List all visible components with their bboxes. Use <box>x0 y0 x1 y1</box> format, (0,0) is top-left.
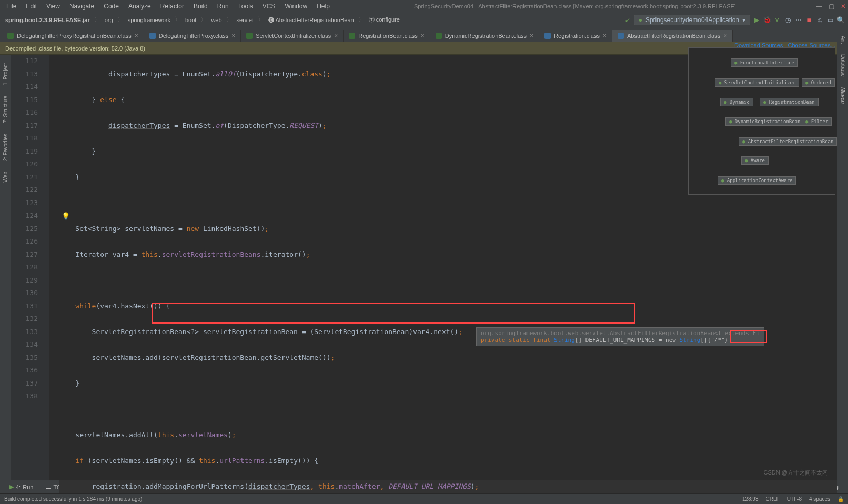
tool-maven[interactable]: Maven <box>839 83 847 108</box>
crumb-web[interactable]: web <box>209 16 224 24</box>
menu-help[interactable]: Help <box>312 2 334 11</box>
lock-icon[interactable]: 🔒 <box>837 496 844 502</box>
profile-button[interactable]: ◷ <box>784 16 792 24</box>
crumb-class[interactable]: 🅒 AbstractFilterRegistrationBean <box>266 16 356 24</box>
crumb-servlet[interactable]: servlet <box>235 16 256 24</box>
tab-registrationbean[interactable]: RegistrationBean.class× <box>344 30 430 42</box>
debug-button[interactable]: 🐞 <box>763 16 771 24</box>
structure-button[interactable]: ▭ <box>826 16 834 24</box>
tab-delegatingfilterproxy[interactable]: DelegatingFilterProxy.class× <box>144 30 241 42</box>
tab-dynamicregistrationbean[interactable]: DynamicRegistrationBean.class× <box>430 30 539 42</box>
tool-database[interactable]: Database <box>839 50 847 81</box>
tool-web[interactable]: Web <box>2 167 9 186</box>
menu-tools[interactable]: Tools <box>234 2 257 11</box>
run-button[interactable]: ▶ <box>752 16 761 24</box>
tab-registration[interactable]: Registration.class× <box>539 30 612 42</box>
menu-code[interactable]: Code <box>99 2 123 11</box>
window-title: SpringSecurityDemo04 - AbstractFilterReg… <box>334 3 816 9</box>
tab-servletcontextinitializer[interactable]: ServletContextInitializer.class× <box>241 30 344 42</box>
tab-abstractfilterregistrationbean[interactable]: AbstractFilterRegistrationBean.class× <box>612 30 733 42</box>
crumb-springframework[interactable]: springframework <box>126 16 173 24</box>
menu-edit[interactable]: Edit <box>22 2 41 11</box>
close-icon[interactable]: × <box>530 32 533 39</box>
menu-view[interactable]: View <box>42 2 64 11</box>
menu-window[interactable]: Window <box>280 2 311 11</box>
minimize-button[interactable]: — <box>816 3 822 10</box>
tool-project[interactable]: 1: Project <box>2 59 9 89</box>
attach-button[interactable]: ⋯ <box>794 16 803 24</box>
watermark: CSDN @方寸之间不太闲 <box>764 469 828 477</box>
menu-run[interactable]: Run <box>213 2 233 11</box>
main-menu: File Edit View Navigate Code Analyze Ref… <box>2 2 334 11</box>
menu-vcs[interactable]: VCS <box>258 2 280 11</box>
tab-delegatingfilterproxyregistrationbean[interactable]: DelegatingFilterProxyRegistrationBean.cl… <box>2 30 144 42</box>
tool-run[interactable]: ▶4: Run <box>4 482 38 491</box>
close-icon[interactable]: × <box>421 32 425 39</box>
crumb-method[interactable]: ⓜ configure <box>367 15 402 25</box>
build-icon[interactable]: ↙ <box>623 16 632 24</box>
close-icon[interactable]: × <box>135 32 138 39</box>
menu-build[interactable]: Build <box>189 2 212 11</box>
coverage-button[interactable]: ⛛ <box>773 16 782 24</box>
stop-button[interactable]: ■ <box>805 16 813 24</box>
tool-ant[interactable]: Ant <box>839 32 847 48</box>
tool-structure[interactable]: 7: Structure <box>2 92 9 127</box>
crumb-boot[interactable]: boot <box>183 16 198 24</box>
close-icon[interactable]: × <box>231 32 235 39</box>
run-config-select[interactable]: ●Springsecuritydemo04Application▾ <box>634 15 750 25</box>
close-icon[interactable]: × <box>334 32 338 39</box>
crumb-org[interactable]: org <box>103 16 115 24</box>
menu-refactor[interactable]: Refactor <box>156 2 188 11</box>
editor-tabs: DelegatingFilterProxyRegistrationBean.cl… <box>0 27 848 42</box>
crumb-jar[interactable]: spring-boot-2.3.9.RELEASE.jar <box>3 16 92 24</box>
menu-analyze[interactable]: Analyze <box>124 2 155 11</box>
menu-file[interactable]: File <box>2 2 21 11</box>
search-button[interactable]: 🔍 <box>836 16 845 24</box>
intention-bulb-icon[interactable]: 💡 <box>62 212 70 220</box>
line-gutter: 1121131141151161171181191201211221231241… <box>11 55 42 480</box>
git-button[interactable]: ⎌ <box>815 16 824 24</box>
close-icon[interactable]: × <box>723 32 727 39</box>
close-window-button[interactable]: ✕ <box>841 3 846 10</box>
menu-navigate[interactable]: Navigate <box>65 2 98 11</box>
close-icon[interactable]: × <box>603 32 607 39</box>
tool-favorites[interactable]: 2: Favorites <box>2 129 9 165</box>
maximize-button[interactable]: ▢ <box>829 3 834 10</box>
quick-doc-tooltip: org.springframework.boot.web.servlet.Abs… <box>476 327 764 346</box>
hierarchy-diagram[interactable]: ● FunctionalInterface ● ServletContextIn… <box>688 47 835 195</box>
